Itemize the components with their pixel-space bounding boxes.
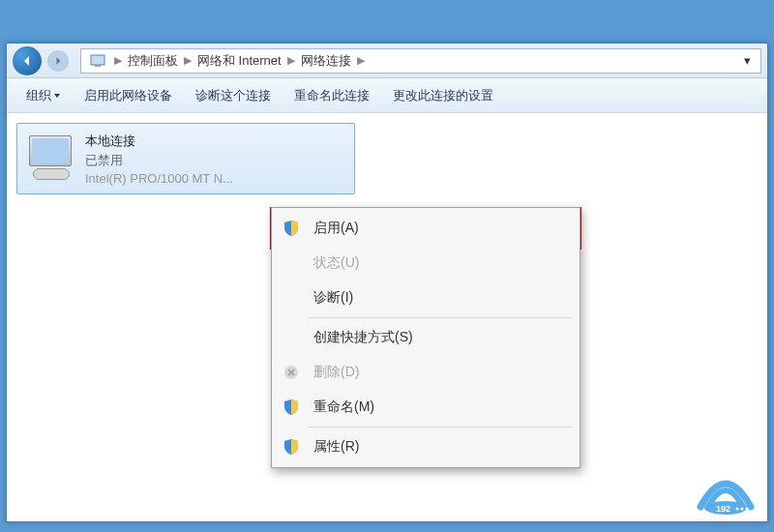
- ctx-enable-label: 启用(A): [313, 220, 359, 237]
- location-icon: [89, 52, 106, 70]
- ctx-delete-label: 删除(D): [313, 364, 359, 381]
- blank-icon: [281, 287, 302, 309]
- ctx-rename[interactable]: 重命名(M): [275, 390, 577, 425]
- shield-icon: [281, 397, 302, 418]
- ctx-diagnose[interactable]: 诊断(I): [275, 281, 577, 315]
- nav-bar: ▶ 控制面板 ▶ 网络和 Internet ▶ 网络连接 ▶ ▾: [7, 44, 767, 78]
- chevron-right-icon: ▶: [110, 54, 126, 67]
- connection-text: 本地连接 已禁用 Intel(R) PRO/1000 MT N...: [85, 130, 233, 188]
- enable-device-button[interactable]: 启用此网络设备: [73, 83, 184, 108]
- shield-icon: [281, 218, 302, 239]
- breadcrumb-dropdown[interactable]: ▾: [738, 53, 757, 68]
- back-button[interactable]: [13, 46, 42, 75]
- breadcrumb-item-network-internet[interactable]: 网络和 Internet: [195, 52, 283, 70]
- breadcrumb-item-control-panel[interactable]: 控制面板: [126, 52, 180, 70]
- breadcrumb[interactable]: ▶ 控制面板 ▶ 网络和 Internet ▶ 网络连接 ▶ ▾: [80, 48, 761, 74]
- ctx-shortcut-label: 创建快捷方式(S): [313, 329, 413, 346]
- ctx-rename-label: 重命名(M): [313, 399, 374, 416]
- diagnose-button[interactable]: 诊断这个连接: [184, 83, 283, 108]
- ctx-properties[interactable]: 属性(R): [275, 429, 577, 464]
- svg-rect-1: [95, 65, 101, 67]
- connection-item[interactable]: 本地连接 已禁用 Intel(R) PRO/1000 MT N...: [16, 123, 355, 194]
- toolbar: 组织 启用此网络设备 诊断这个连接 重命名此连接 更改此连接的设置: [7, 78, 767, 113]
- chevron-right-icon: ▶: [353, 54, 369, 67]
- ctx-status-label: 状态(U): [313, 254, 359, 272]
- svg-rect-0: [91, 55, 104, 65]
- connection-name: 本地连接: [85, 132, 233, 151]
- blank-icon: [281, 327, 302, 348]
- ctx-status: 状态(U): [275, 246, 577, 281]
- change-settings-button[interactable]: 更改此连接的设置: [381, 83, 505, 108]
- connection-adapter: Intel(R) PRO/1000 MT N...: [85, 169, 233, 189]
- ctx-create-shortcut[interactable]: 创建快捷方式(S): [275, 320, 577, 355]
- svg-point-7: [746, 508, 749, 511]
- chevron-right-icon: ▶: [283, 54, 299, 67]
- ctx-enable[interactable]: 启用(A): [275, 211, 577, 246]
- delete-icon: [281, 362, 302, 383]
- rename-button[interactable]: 重命名此连接: [283, 83, 381, 108]
- svg-point-6: [741, 508, 744, 511]
- ctx-delete: 删除(D): [275, 355, 577, 390]
- organize-label: 组织: [26, 87, 51, 104]
- ctx-diagnose-label: 诊断(I): [313, 289, 353, 307]
- ctx-properties-label: 属性(R): [313, 438, 359, 456]
- shield-icon: [281, 436, 302, 458]
- context-menu: 启用(A) 状态(U) 诊断(I) 创建快捷方式(S) 删除(D) 重命名(M)…: [271, 207, 580, 468]
- blank-icon: [281, 252, 302, 274]
- watermark: 192: [691, 468, 760, 518]
- separator: [308, 427, 573, 428]
- organize-menu[interactable]: 组织: [15, 83, 73, 108]
- network-adapter-icon: [25, 133, 75, 184]
- connection-status: 已禁用: [85, 151, 233, 170]
- svg-text:192: 192: [716, 504, 730, 514]
- chevron-down-icon: [53, 92, 61, 100]
- chevron-right-icon: ▶: [180, 54, 195, 67]
- breadcrumb-item-network-connections[interactable]: 网络连接: [299, 52, 353, 70]
- forward-button[interactable]: [47, 50, 69, 72]
- svg-point-5: [736, 508, 739, 511]
- separator: [308, 317, 573, 318]
